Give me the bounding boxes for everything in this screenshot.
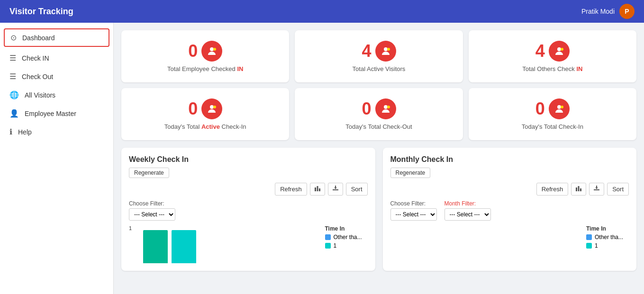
sidebar-item-help[interactable]: ℹ Help bbox=[0, 123, 113, 141]
svg-rect-14 bbox=[319, 188, 320, 191]
legend-color-1 bbox=[586, 234, 592, 240]
monthly-bar-chart-icon-button[interactable] bbox=[571, 183, 586, 196]
stat-card-today-active-checkin: 0 Today's Total Active Check-In bbox=[121, 88, 289, 140]
monthly-chart-toolbar: Refresh Sort bbox=[390, 183, 629, 196]
svg-point-5 bbox=[561, 48, 563, 51]
weekly-bar-chart-icon-button[interactable] bbox=[310, 183, 325, 196]
monthly-filter-select[interactable]: --- Select --- bbox=[390, 208, 437, 221]
stat-avatar-icon bbox=[375, 98, 396, 119]
weekly-chart-toolbar: Refresh Sort bbox=[129, 183, 368, 196]
weekly-regenerate-button[interactable]: Regenerate bbox=[129, 168, 169, 178]
stat-label: Today's Total Active Check-In bbox=[164, 123, 246, 130]
sidebar-item-label: Dashboard bbox=[22, 34, 55, 42]
svg-point-1 bbox=[213, 48, 216, 51]
monthly-chart-card: Monthly Check In Regenerate Refresh Sort… bbox=[383, 148, 637, 271]
stat-label: Total Active Visitors bbox=[353, 65, 406, 72]
monthly-regenerate-button[interactable]: Regenerate bbox=[390, 168, 431, 178]
svg-rect-18 bbox=[576, 187, 577, 191]
sidebar-item-allvisitors[interactable]: 🌐 All Visitors bbox=[0, 86, 113, 104]
legend-title: Time In bbox=[586, 225, 629, 232]
sidebar-item-checkin[interactable]: ☰ Check IN bbox=[0, 49, 113, 67]
stat-top: 0 bbox=[362, 98, 396, 119]
legend-item-2: 1 bbox=[325, 242, 368, 249]
legend-label-1: Other tha... bbox=[334, 234, 362, 241]
app-title: Visitor Tracking bbox=[9, 7, 73, 17]
sidebar-item-label: All Visitors bbox=[25, 91, 55, 99]
svg-marker-17 bbox=[334, 187, 337, 189]
svg-rect-20 bbox=[580, 188, 581, 191]
bar-1 bbox=[143, 230, 168, 263]
weekly-filter-select[interactable]: --- Select --- bbox=[129, 208, 175, 221]
stat-value: 0 bbox=[188, 99, 198, 119]
stat-avatar-icon bbox=[549, 98, 570, 119]
stat-avatar-icon bbox=[549, 41, 570, 62]
weekly-refresh-button[interactable]: Refresh bbox=[275, 183, 307, 196]
stat-card-today-checkin: 0 Today's Total Check-In bbox=[469, 88, 636, 140]
sidebar-item-label: Check IN bbox=[22, 54, 49, 62]
legend-label-2: 1 bbox=[595, 242, 598, 249]
svg-point-8 bbox=[384, 105, 388, 109]
stat-label: Total Others Check IN bbox=[522, 65, 582, 72]
stat-card-active-visitors: 4 Total Active Visitors bbox=[295, 30, 463, 82]
globe-icon: 🌐 bbox=[9, 90, 19, 99]
legend-label-1: Other tha... bbox=[595, 234, 623, 241]
stat-top: 0 bbox=[188, 98, 222, 119]
charts-grid: Weekly Check In Regenerate Refresh Sort … bbox=[121, 148, 636, 271]
monthly-month-filter-select[interactable]: --- Select --- bbox=[444, 208, 491, 221]
sidebar-item-label: Help bbox=[18, 128, 32, 136]
monthly-bar-chart bbox=[390, 225, 579, 263]
svg-point-11 bbox=[561, 106, 563, 108]
weekly-bar-chart: 1 bbox=[129, 225, 317, 263]
monthly-sort-button[interactable]: Sort bbox=[607, 183, 629, 196]
monthly-chart-legend: Time In Other tha... 1 bbox=[586, 225, 629, 263]
main-layout: ⊙ Dashboard ☰ Check IN ☰ Check Out 🌐 All… bbox=[0, 23, 644, 294]
sidebar-item-label: Employee Master bbox=[25, 110, 76, 117]
person-icon: 👤 bbox=[9, 109, 19, 118]
legend-title: Time In bbox=[325, 225, 368, 232]
dashboard-icon: ⊙ bbox=[10, 33, 17, 42]
monthly-filter-label: Choose Filter: bbox=[390, 200, 437, 207]
username-label: Pratik Modi bbox=[581, 8, 615, 15]
stat-value: 4 bbox=[362, 41, 371, 61]
stat-avatar-icon bbox=[201, 98, 222, 119]
monthly-chart-filters: Choose Filter: --- Select --- Month Filt… bbox=[390, 200, 629, 221]
sidebar-item-dashboard[interactable]: ⊙ Dashboard bbox=[4, 28, 109, 47]
svg-marker-23 bbox=[595, 187, 598, 189]
svg-point-10 bbox=[557, 105, 561, 109]
weekly-chart-legend: Time In Other tha... 1 bbox=[325, 225, 368, 263]
svg-point-9 bbox=[387, 106, 390, 108]
legend-color-2 bbox=[325, 243, 331, 249]
stat-label: Today's Total Check-Out bbox=[345, 123, 412, 130]
weekly-chart-filters: Choose Filter: --- Select --- bbox=[129, 200, 368, 221]
weekly-chart-area: 1 Time In Other tha... 1 bbox=[129, 225, 368, 263]
svg-rect-21 bbox=[594, 189, 599, 190]
stat-value: 0 bbox=[535, 99, 545, 119]
stat-card-others-checkin: 4 Total Others Check IN bbox=[469, 30, 636, 82]
monthly-export-icon-button[interactable] bbox=[589, 183, 604, 196]
stat-label: Today's Total Check-In bbox=[522, 123, 583, 130]
checkin-icon: ☰ bbox=[9, 53, 16, 62]
monthly-refresh-button[interactable]: Refresh bbox=[536, 183, 569, 196]
svg-rect-12 bbox=[315, 187, 316, 191]
checkout-icon: ☰ bbox=[9, 72, 16, 81]
legend-item-1: Other tha... bbox=[586, 234, 629, 241]
legend-item-2: 1 bbox=[586, 242, 629, 249]
monthly-filter-group: Choose Filter: --- Select --- bbox=[390, 200, 437, 221]
sidebar-item-employee[interactable]: 👤 Employee Master bbox=[0, 104, 113, 123]
stat-avatar-icon bbox=[375, 41, 396, 62]
weekly-export-icon-button[interactable] bbox=[328, 183, 343, 196]
stats-grid: 0 Total Employee Checked IN 4 T bbox=[121, 30, 636, 140]
svg-point-0 bbox=[210, 47, 214, 51]
monthly-chart-area: Time In Other tha... 1 bbox=[390, 225, 629, 263]
stat-card-today-checkout: 0 Today's Total Check-Out bbox=[295, 88, 463, 140]
sidebar-item-label: Check Out bbox=[22, 73, 53, 80]
svg-rect-13 bbox=[317, 186, 318, 191]
svg-point-2 bbox=[384, 47, 388, 51]
weekly-sort-button[interactable]: Sort bbox=[346, 183, 368, 196]
svg-point-3 bbox=[387, 48, 390, 51]
app-header: Visitor Tracking Pratik Modi P bbox=[0, 0, 644, 23]
stat-value: 0 bbox=[362, 99, 371, 119]
sidebar-item-checkout[interactable]: ☰ Check Out bbox=[0, 67, 113, 86]
stat-value: 0 bbox=[188, 41, 198, 61]
stat-card-employee-checkin: 0 Total Employee Checked IN bbox=[121, 30, 289, 82]
